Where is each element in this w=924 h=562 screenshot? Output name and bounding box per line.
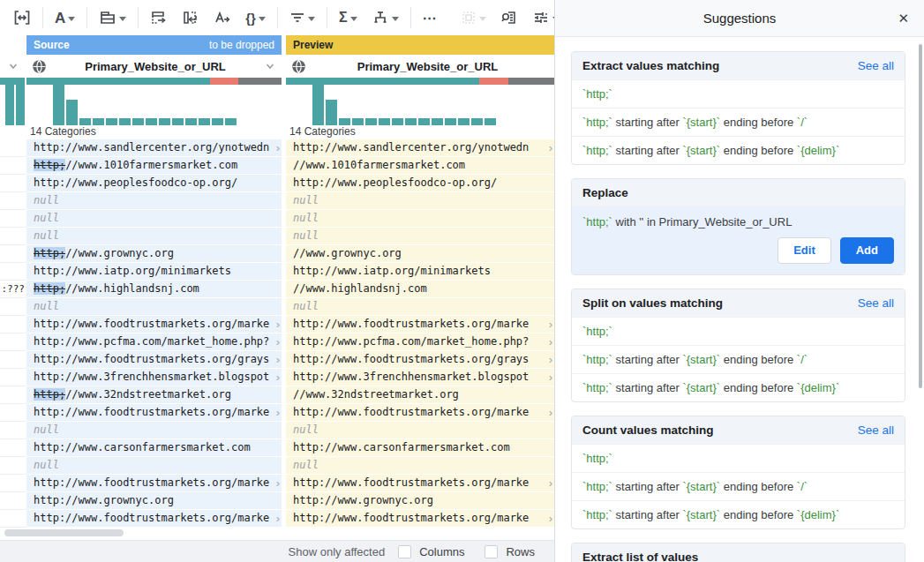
preview-cell[interactable]: null: [286, 192, 554, 210]
missing-values-segment[interactable]: [508, 78, 554, 85]
expand-cell-icon[interactable]: ›: [276, 316, 280, 333]
columns-checkbox[interactable]: [398, 545, 411, 558]
source-cell[interactable]: http://www.pcfma.com/market_home.php?›: [26, 333, 282, 351]
suggestion-item[interactable]: `http;` starting after `{start}` ending …: [572, 472, 905, 500]
source-cell[interactable]: http://www.3frenchhensmarket.blogspot›: [26, 369, 282, 386]
add-button[interactable]: Add: [840, 237, 894, 264]
histogram-bar[interactable]: [93, 118, 104, 125]
filter-button[interactable]: [287, 9, 318, 26]
see-all-link[interactable]: See all: [858, 423, 894, 437]
suggestion-item[interactable]: `http;`: [572, 317, 905, 345]
histogram-bar[interactable]: [339, 118, 350, 125]
suggestion-item[interactable]: `http;`: [572, 444, 905, 472]
matched-token-highlight[interactable]: http;: [34, 388, 65, 401]
histogram-bar[interactable]: [312, 85, 324, 125]
preview-cell[interactable]: http://www.iatp.org/minimarkets: [286, 263, 554, 281]
preview-cell[interactable]: http://www.peoplesfoodco-op.org/: [286, 175, 554, 192]
preview-cell[interactable]: http://www.foodtrustmarkets.org/grays›: [286, 351, 554, 369]
expand-cell-icon[interactable]: ›: [276, 333, 280, 350]
preview-cell[interactable]: http://www.3frenchhensmarket.blogspot›: [286, 369, 554, 386]
source-column-header[interactable]: Primary_Website_or_URL: [26, 59, 282, 74]
suggestion-item[interactable]: `http;`: [572, 79, 905, 108]
see-all-link[interactable]: See all: [858, 296, 894, 310]
rows-checkbox-label[interactable]: Rows: [506, 545, 535, 558]
preview-cell[interactable]: null: [286, 457, 554, 475]
see-all-link[interactable]: See all: [858, 59, 894, 72]
histogram-bar[interactable]: [485, 118, 496, 125]
source-cell[interactable]: http;//www.1010farmersmarket.com: [26, 157, 282, 175]
rename-extract-button[interactable]: [211, 8, 234, 27]
chevron-down-icon[interactable]: [264, 60, 276, 72]
structure-rows-button[interactable]: [96, 8, 129, 27]
source-cell[interactable]: http://www.foodtrustmarkets.org/marke›: [26, 316, 282, 333]
expand-cell-icon[interactable]: ›: [549, 351, 552, 368]
histogram-bar[interactable]: [5, 85, 14, 125]
preview-cell[interactable]: //www.grownyc.org: [286, 245, 554, 263]
expand-cell-icon[interactable]: ›: [276, 139, 280, 156]
source-cell[interactable]: null: [26, 210, 282, 228]
source-cell[interactable]: http://www.grownyc.org: [26, 492, 282, 510]
matched-token-highlight[interactable]: http;: [34, 159, 65, 171]
histogram-bar[interactable]: [225, 118, 237, 125]
source-cell[interactable]: null: [26, 228, 282, 245]
preview-cell[interactable]: null: [286, 228, 554, 245]
join-button[interactable]: [369, 8, 402, 27]
histogram-bar[interactable]: [119, 118, 131, 125]
expand-cell-icon[interactable]: ›: [276, 475, 280, 491]
preview-cell[interactable]: http://www.pcfma.com/market_home.php?›: [286, 333, 554, 351]
histogram-bar[interactable]: [432, 118, 443, 125]
source-cell[interactable]: null: [26, 192, 282, 210]
preview-cell[interactable]: http://www.foodtrustmarkets.org/marke›: [286, 404, 554, 422]
histogram-bar[interactable]: [106, 118, 117, 125]
expand-cell-icon[interactable]: ›: [276, 351, 280, 368]
histogram-bar[interactable]: [458, 118, 470, 125]
histogram-bar[interactable]: [159, 118, 170, 125]
source-cell[interactable]: http://www.foodtrustmarkets.org/marke›: [26, 510, 282, 528]
histogram-bar[interactable]: [146, 118, 157, 125]
histogram-bar[interactable]: [379, 118, 390, 125]
histogram-bar[interactable]: [365, 118, 377, 125]
source-cell[interactable]: http;//www.highlandsnj.com: [26, 281, 282, 298]
expand-cell-icon[interactable]: ›: [549, 369, 552, 386]
histogram-bar[interactable]: [405, 118, 417, 125]
preview-cell[interactable]: http://www.carsonfarmersmarket.com: [286, 439, 554, 457]
preview-cell[interactable]: http://www.foodtrustmarkets.org/marke›: [286, 316, 554, 333]
expand-cell-icon[interactable]: ›: [276, 404, 280, 421]
expand-cell-icon[interactable]: ›: [549, 404, 552, 421]
source-cell[interactable]: http;//www.grownyc.org: [26, 245, 282, 263]
valid-values-segment[interactable]: [26, 78, 210, 85]
histogram-bar[interactable]: [172, 118, 184, 125]
source-cell[interactable]: null: [26, 298, 282, 316]
expand-cell-icon[interactable]: ›: [549, 316, 552, 333]
expand-columns-button[interactable]: [11, 8, 34, 27]
format-functions-button[interactable]: A: [52, 9, 78, 27]
histogram-bar[interactable]: [352, 118, 364, 125]
preview-cell[interactable]: //www.32ndstreetmarket.org: [286, 386, 554, 404]
preview-cell[interactable]: http://www.foodtrustmarkets.org/marke›: [286, 510, 554, 528]
preview-cell[interactable]: //www.highlandsnj.com: [286, 281, 554, 298]
histogram-bar[interactable]: [132, 118, 144, 125]
histogram-bar[interactable]: [326, 100, 337, 125]
preview-column-header[interactable]: Primary_Website_or_URL: [286, 59, 554, 74]
preview-cell[interactable]: http://www.grownyc.org: [286, 492, 554, 510]
expand-cell-icon[interactable]: ›: [549, 475, 552, 491]
suggestion-item[interactable]: `http;` starting after `{start}` ending …: [572, 500, 905, 528]
source-cell[interactable]: null: [26, 422, 282, 439]
expand-cell-icon[interactable]: ›: [276, 510, 280, 527]
horizontal-scrollbar-thumb[interactable]: [4, 529, 124, 536]
gutter-quality-bar[interactable]: [0, 78, 25, 85]
histogram-bar[interactable]: [185, 118, 197, 125]
preview-cell[interactable]: http://www.foodtrustmarkets.org/marke›: [286, 475, 554, 492]
preview-cell[interactable]: http://www.sandlercenter.org/ynotwedn›: [286, 139, 554, 157]
suggestion-item[interactable]: `http;` starting after `{start}` ending …: [572, 373, 905, 401]
split-column-button[interactable]: [179, 8, 202, 27]
selection-mode-button[interactable]: [458, 8, 489, 27]
suggestion-item[interactable]: `http;` starting after `{start}` ending …: [572, 136, 905, 164]
rows-checkbox[interactable]: [485, 545, 498, 558]
histogram-bar[interactable]: [66, 100, 78, 125]
suggestion-item[interactable]: `http;` starting after `{start}` ending …: [572, 345, 905, 373]
nested-functions-button[interactable]: {}: [243, 10, 268, 26]
aggregate-button[interactable]: Σ: [336, 9, 360, 26]
preview-cell[interactable]: //www.1010farmersmarket.com: [286, 157, 554, 175]
more-transforms-button[interactable]: ⋯: [420, 8, 440, 28]
